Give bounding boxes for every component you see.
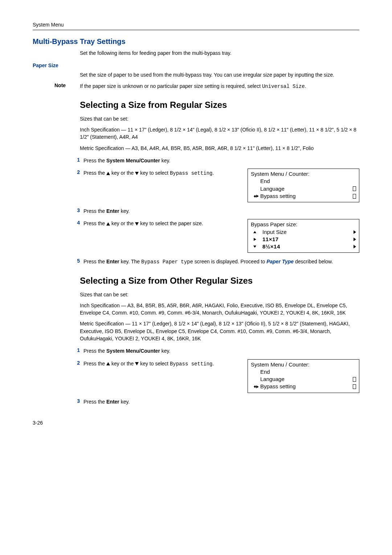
t: key. <box>160 158 171 163</box>
lcd-title: Bypass Paper size: <box>251 221 356 228</box>
other-inch: Inch Specification — A3, B4, B5R, B5, A5… <box>80 302 359 317</box>
t: Press the <box>83 170 106 176</box>
mono: Bypass setting <box>170 170 213 176</box>
page-number: 3-26 <box>33 420 359 426</box>
key-name: Enter <box>106 208 119 214</box>
paper-size-heading: Paper Size <box>33 62 359 68</box>
metric-label: Metric Specification — <box>80 145 131 151</box>
cursor-icon <box>254 195 259 198</box>
arrow-right-icon <box>354 238 356 241</box>
step-body: Press the key or the key to select the p… <box>83 220 359 253</box>
inch-label: Inch Specification — <box>80 127 128 133</box>
regular-steps: 1 Press the System Menu/Counter key. 2 P… <box>33 157 359 266</box>
other-sizes-lead: Sizes that can be set: <box>80 291 359 298</box>
step-body: Press the Enter key. The Bypass Paper ty… <box>83 258 359 266</box>
step-body: Press the Enter key. <box>83 398 359 405</box>
t: Press the <box>83 208 106 214</box>
inch-label: Inch Specification — <box>80 303 127 308</box>
t: key. <box>160 348 171 354</box>
submenu-icon <box>353 186 356 191</box>
lcd-row: Language <box>260 185 285 193</box>
cursor-icon <box>254 385 259 388</box>
note-mono: Universal Size <box>262 84 305 89</box>
lcd-row-selected: 11×17 <box>262 236 279 243</box>
step-number: 1 <box>69 347 80 353</box>
step-number: 3 <box>69 207 80 213</box>
note-label: Note <box>54 82 80 88</box>
lcd-row: Input Size <box>262 228 287 236</box>
t: Press the <box>83 348 106 354</box>
t: . <box>213 361 214 366</box>
t: key or the <box>110 170 135 176</box>
lcd-title: System Menu / Counter: <box>251 361 356 368</box>
step-body: Press the System Menu/Counter key. <box>83 347 359 355</box>
lcd-panel: Bypass Paper size: Input Size 11×17 8½×1… <box>248 219 359 253</box>
arrow-right-icon <box>354 230 356 234</box>
step-body: Press the key or the key to select Bypas… <box>83 169 359 202</box>
t: Press the <box>83 399 106 405</box>
other-steps: 1 Press the System Menu/Counter key. 2 P… <box>33 347 359 405</box>
lcd-row: End <box>260 368 270 376</box>
lcd-row: Bypass setting <box>260 383 296 390</box>
rule <box>33 30 359 30</box>
down-arrow-icon <box>135 222 139 226</box>
t: key to select <box>139 170 170 176</box>
note-text: If the paper size is unknown or no parti… <box>80 82 306 90</box>
lcd-panel: System Menu / Counter: End Language Bypa… <box>248 169 359 202</box>
note-suffix: . <box>305 83 306 89</box>
t: described below. <box>294 259 333 264</box>
lcd-title: System Menu / Counter: <box>251 170 356 178</box>
cursor-icon <box>254 238 256 241</box>
up-arrow-icon <box>106 362 110 365</box>
section-intro: Set the following items for feeding pape… <box>80 49 359 57</box>
scroll-up-icon <box>253 231 256 233</box>
step-body: Press the Enter key. <box>83 207 359 215</box>
note-prefix: If the paper size is unknown or no parti… <box>80 83 262 89</box>
cross-ref-link[interactable]: Paper Type <box>266 259 294 264</box>
lcd-row: Language <box>260 376 285 383</box>
lcd-row: 8½×14 <box>262 243 280 250</box>
lcd-row: End <box>260 178 270 185</box>
step-number: 1 <box>69 157 80 163</box>
key-name: System Menu/Counter <box>106 348 160 354</box>
up-arrow-icon <box>106 222 110 226</box>
t: key. <box>119 399 130 405</box>
step-number: 2 <box>69 360 80 366</box>
metric-body: A3, B4, A4R, A4, B5R, B5, A5R, B6R, A6R,… <box>131 145 314 151</box>
lcd-panel: System Menu / Counter: End Language Bypa… <box>248 359 359 393</box>
t: Press the <box>83 220 106 226</box>
section-title: Multi-Bypass Tray Settings <box>33 37 359 46</box>
t: Press the <box>83 158 106 163</box>
step-body: Press the key or the key to select Bypas… <box>83 360 359 393</box>
regular-heading: Selecting a Size from Regular Sizes <box>80 99 359 112</box>
down-arrow-icon <box>135 172 139 175</box>
running-head: System Menu <box>33 22 359 28</box>
mono: Bypass Paper type <box>141 259 193 265</box>
t: key. The <box>119 259 141 264</box>
submenu-icon <box>353 384 356 389</box>
metric-label: Metric Specification — <box>80 321 132 327</box>
step-number: 2 <box>69 169 80 175</box>
arrow-right-icon <box>354 245 356 248</box>
key-name: Enter <box>106 399 119 405</box>
regular-metric: Metric Specification — A3, B4, A4R, A4, … <box>80 145 359 152</box>
scroll-down-icon <box>253 246 256 248</box>
regular-sizes-lead: Sizes that can be set: <box>80 115 359 122</box>
down-arrow-icon <box>135 362 139 365</box>
t: key or the <box>110 220 135 226</box>
submenu-icon <box>353 377 356 382</box>
key-name: System Menu/Counter <box>106 158 160 163</box>
t: screen is displayed. Proceed to <box>193 259 266 264</box>
key-name: Enter <box>106 259 119 264</box>
step-number: 3 <box>69 398 80 404</box>
regular-inch: Inch Specification — 11 × 17" (Ledger), … <box>80 126 359 141</box>
t: . <box>213 170 214 176</box>
step-number: 5 <box>69 258 80 264</box>
step-number: 4 <box>69 220 80 226</box>
other-metric: Metric Specification — 11 × 17" (Ledger)… <box>80 320 359 342</box>
t: Press the <box>83 259 106 264</box>
submenu-icon <box>353 194 356 199</box>
t: key to select the paper size. <box>139 220 203 226</box>
t: key to select <box>139 361 170 366</box>
t: key or the <box>110 361 135 366</box>
